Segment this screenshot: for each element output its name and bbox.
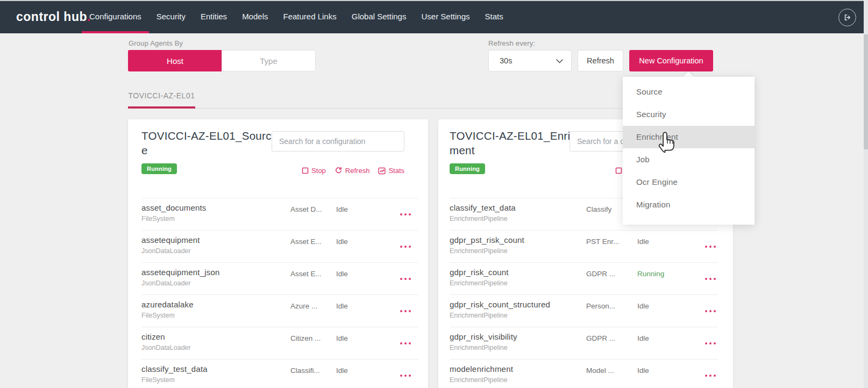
configuration-type: PST Enr... (586, 238, 619, 246)
menu-item[interactable]: Ocr Engine (623, 171, 755, 193)
row-more-button[interactable] (703, 340, 718, 347)
menu-item[interactable]: Enrichment (623, 126, 755, 148)
logout-button[interactable] (838, 9, 856, 26)
app-root: control hub. ConfigurationsSecurityEntit… (0, 0, 868, 388)
refresh-action-label: Refresh (345, 167, 370, 175)
configuration-name: assetequipment_json (141, 268, 220, 277)
configuration-loader: FileSystem (141, 215, 175, 222)
stop-square-icon (615, 167, 622, 174)
card-title: TOVICCI-AZ-EL01_Source (141, 128, 277, 157)
configuration-row: assetequipment JsonDataLoader Asset E...… (141, 230, 418, 262)
row-more-button[interactable] (398, 276, 413, 282)
menu-item[interactable]: Source (623, 81, 755, 103)
configuration-status: Idle (336, 334, 348, 342)
scrollbar-thumb[interactable] (864, 34, 868, 149)
nav-item[interactable]: Models (234, 0, 275, 33)
configuration-name: citizen (141, 332, 165, 341)
nav-item[interactable]: User Settings (414, 0, 477, 33)
configuration-loader: EnrichmentPipeline (450, 279, 508, 287)
configuration-status: Idle (637, 367, 649, 375)
refresh-every-label: Refresh every: (488, 39, 535, 47)
refresh-arrow-icon (335, 167, 343, 175)
header: control hub. ConfigurationsSecurityEntit… (0, 0, 868, 33)
nav-item[interactable]: Entities (193, 0, 234, 33)
configuration-name: classify_text_data (450, 203, 516, 212)
card-title: TOVICCI-AZ-EL01_Enrichment (450, 128, 585, 157)
tab-tovicci-az-el01[interactable]: TOVICCI-AZ-EL01 (128, 91, 195, 107)
configuration-row: azuredatalake FileSystem Azure ... Idle (141, 294, 418, 327)
refresh-interval-select[interactable]: 30s (488, 50, 572, 71)
configuration-name: gdpr_risk_count_structured (450, 300, 550, 309)
configuration-row: modelenrichment EnrichmentPipeline Model… (450, 359, 718, 388)
configuration-row: asset_documents FileSystem Asset D... Id… (141, 198, 418, 230)
row-more-button[interactable] (703, 243, 718, 250)
row-more-button[interactable] (398, 372, 413, 379)
row-more-button[interactable] (398, 243, 413, 250)
nav-item[interactable]: Featured Links (275, 0, 344, 33)
row-more-button[interactable] (398, 340, 413, 347)
logo-text: control hub (16, 10, 87, 24)
configuration-row: gdpr_risk_count_structured EnrichmentPip… (450, 294, 718, 327)
row-more-button[interactable] (703, 308, 718, 314)
stop-action[interactable]: Stop (302, 167, 326, 175)
nav-item[interactable]: Global Settings (344, 0, 414, 33)
configuration-name: gdpr_pst_risk_count (450, 235, 524, 245)
menu-item[interactable]: Job (623, 148, 755, 171)
new-configuration-menu: SourceSecurityEnrichmentJobOcr EngineMig… (623, 77, 755, 225)
configuration-type: Classifi... (290, 367, 320, 375)
configuration-status: Idle (336, 205, 348, 213)
configuration-search-input[interactable] (272, 131, 404, 152)
nav-item[interactable]: Security (149, 0, 193, 33)
row-more-button[interactable] (703, 276, 718, 282)
refresh-action[interactable]: Refresh (335, 167, 370, 175)
status-badge: Running (141, 163, 177, 174)
configuration-type: GDPR ... (586, 270, 615, 278)
group-by-host-button[interactable]: Host (128, 50, 222, 71)
menu-item[interactable]: Security (623, 103, 755, 126)
configuration-type: Asset E... (290, 270, 322, 278)
row-more-button[interactable] (398, 211, 413, 218)
status-badge: Running (450, 163, 485, 174)
configuration-name: azuredatalake (141, 300, 194, 309)
scrollbar-track[interactable] (864, 0, 868, 388)
stats-action[interactable]: Stats (378, 167, 404, 175)
configuration-type: Asset D... (290, 205, 322, 213)
menu-item[interactable]: Migration (623, 193, 755, 216)
configuration-loader: JsonDataLoader (141, 344, 191, 351)
configuration-loader: EnrichmentPipeline (450, 344, 508, 351)
row-more-button[interactable] (398, 308, 413, 314)
main-nav: ConfigurationsSecurityEntitiesModelsFeat… (82, 0, 511, 33)
configuration-status: Idle (637, 238, 649, 246)
chevron-down-icon (556, 59, 563, 63)
configuration-status: Running (637, 270, 664, 278)
stats-action-label: Stats (388, 167, 404, 175)
app-logo[interactable]: control hub. (16, 0, 91, 33)
row-more-button[interactable] (703, 372, 718, 379)
refresh-button[interactable]: Refresh (578, 50, 623, 71)
configuration-status: Idle (336, 367, 348, 375)
configuration-loader: JsonDataLoader (141, 247, 191, 255)
configuration-name: asset_documents (141, 203, 207, 212)
configuration-loader: JsonDataLoader (141, 279, 191, 287)
configuration-type: Azure ... (290, 302, 317, 310)
configuration-type: Citizen ... (290, 334, 321, 342)
card-actions: Stop Refresh Stats (302, 167, 404, 175)
configuration-type: Asset E... (290, 238, 322, 246)
configuration-loader: EnrichmentPipeline (450, 247, 508, 255)
configuration-name: assetequipment (141, 235, 200, 245)
configuration-type: GDPR ... (586, 334, 615, 342)
configuration-name: classify_test_data (141, 364, 208, 373)
configuration-name: gdpr_risk_count (450, 268, 509, 277)
configuration-type: Model ... (586, 367, 614, 375)
nav-item[interactable]: Configurations (82, 0, 149, 33)
group-agents-by-label: Group Agents By (129, 39, 183, 47)
new-configuration-button[interactable]: New Configuration (629, 50, 713, 71)
configuration-loader: FileSystem (141, 312, 175, 319)
configuration-row: assetequipment_json JsonDataLoader Asset… (141, 262, 418, 294)
group-by-type-button[interactable]: Type (222, 50, 316, 71)
nav-item[interactable]: Stats (478, 0, 511, 33)
refresh-interval-value: 30s (500, 51, 512, 71)
configuration-loader: EnrichmentPipeline (450, 312, 508, 319)
configuration-status: Idle (637, 334, 649, 342)
browser-edge-strip (0, 0, 868, 1)
